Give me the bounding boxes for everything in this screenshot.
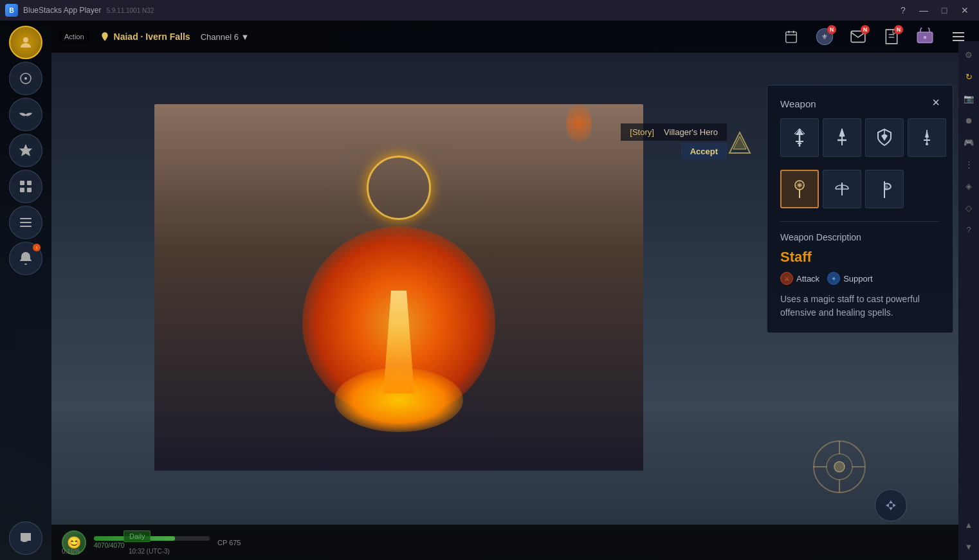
close-button[interactable]: ✕ <box>956 4 974 17</box>
weapon-scythe[interactable] <box>865 170 904 208</box>
top-bar: Action Naiad · Ivern Falls Channel 6 ▼ ⚜… <box>51 21 979 53</box>
svg-marker-41 <box>839 129 845 136</box>
mail-badge: N <box>861 25 870 34</box>
sidebar-list[interactable] <box>9 206 42 239</box>
daily-quest-badge[interactable]: Daily <box>124 530 151 542</box>
app-title: BlueStacks App Player <box>23 6 101 15</box>
bs-macro-icon[interactable]: ⋮ <box>959 154 978 174</box>
top-bar-right: ⚜ N N N <box>778 24 971 50</box>
bluestacks-logo: B <box>5 4 18 17</box>
quest-label: [Story] <box>630 127 659 137</box>
quest-badge: N <box>894 25 903 34</box>
svg-rect-4 <box>20 181 24 185</box>
bs-help-icon[interactable]: ? <box>959 220 978 239</box>
svg-rect-7 <box>27 188 32 192</box>
bell-badge: ! <box>33 244 41 251</box>
svg-marker-3 <box>19 144 32 156</box>
left-sidebar: ! <box>0 21 51 560</box>
support-label: Support <box>843 274 873 284</box>
title-bar-left: B BlueStacks App Player 5.9.11.1001 N32 <box>5 4 154 17</box>
weapon-crossbow[interactable] <box>823 170 861 208</box>
bs-right-panel: ⚙ ↻ 📷 ⏺ 🎮 ⋮ ◈ ◇ ? ▲ ▼ <box>958 41 979 560</box>
attack-label: Attack <box>796 274 819 284</box>
weapon-grid-row1 <box>780 118 940 157</box>
quest-log-button[interactable]: N <box>879 24 904 50</box>
support-tag: ✦ Support <box>827 272 873 285</box>
game-screenshot <box>154 104 643 471</box>
title-bar-controls: ? — □ ✕ <box>894 4 974 17</box>
weapon-longsword[interactable] <box>823 118 861 157</box>
sidebar-wings[interactable] <box>9 98 42 131</box>
time-display: 10:32 (UTC-3) <box>129 548 170 555</box>
svg-point-30 <box>834 462 845 472</box>
svg-rect-10 <box>20 226 32 227</box>
percentage-display: 0.16% <box>62 548 80 555</box>
calendar-button[interactable] <box>778 24 804 50</box>
svg-point-2 <box>24 77 27 80</box>
sidebar-minimap[interactable] <box>9 62 42 95</box>
game-area: ! Action Naiad · Ivern Falls Channel 6 ▼… <box>0 21 979 560</box>
svg-point-47 <box>926 143 928 145</box>
bs-record-icon[interactable]: ⏺ <box>959 111 978 130</box>
mail-button[interactable]: N <box>845 24 871 50</box>
sidebar-bell[interactable]: ! <box>9 242 42 275</box>
attack-icon: ⚔ <box>780 272 793 285</box>
location-text: Naiad · Ivern Falls <box>114 32 190 42</box>
channel-badge[interactable]: Channel 6 ▼ <box>201 32 250 42</box>
direction-indicator <box>727 130 753 156</box>
magic-circle <box>367 156 431 220</box>
svg-text:⚜: ⚜ <box>821 33 828 41</box>
action-label: Action <box>59 32 89 42</box>
weapon-description: Uses a magic staff to cast powerful offe… <box>780 293 940 320</box>
sidebar-chat[interactable] <box>9 521 42 555</box>
bs-settings-icon[interactable]: ⚙ <box>959 45 978 64</box>
help-button[interactable]: ? <box>894 4 912 17</box>
weapon-greatsword[interactable] <box>780 118 819 157</box>
health-bar-container: 4070/4070 <box>94 536 210 549</box>
weapon-shield[interactable] <box>865 118 904 157</box>
bs-screenshot-icon[interactable]: 📷 <box>959 89 978 108</box>
svg-rect-8 <box>20 218 32 219</box>
weapon-tags: ⚔ Attack ✦ Support <box>780 272 940 285</box>
health-bar <box>94 536 210 541</box>
bottom-hud: 😊 4070/4070 CP 675 0.16% 10:32 (UTC-3) D… <box>51 525 958 560</box>
nav-wheel[interactable] <box>810 438 868 496</box>
spark1 <box>566 104 592 143</box>
guild-button[interactable]: ⚜ N <box>812 24 837 50</box>
bs-bottom2[interactable]: ▼ <box>959 537 978 556</box>
restore-button[interactable]: □ <box>935 4 953 17</box>
svg-rect-6 <box>20 188 24 192</box>
svg-rect-9 <box>20 222 32 223</box>
bs-map-icon[interactable]: ◇ <box>959 198 978 217</box>
sidebar-grid[interactable] <box>9 170 42 203</box>
cp-label: CP 675 <box>217 539 241 546</box>
svg-rect-5 <box>27 181 32 185</box>
location-badge: Naiad · Ivern Falls <box>100 32 190 42</box>
attack-tag: ⚔ Attack <box>780 272 819 285</box>
minimize-button[interactable]: — <box>915 4 933 17</box>
svg-rect-12 <box>786 32 797 42</box>
quest-name: Villager's Hero <box>664 127 718 137</box>
weapon-dagger[interactable] <box>908 118 946 157</box>
app-version: 5.9.11.1001 N32 <box>106 7 154 14</box>
weapon-desc-title: Weapon Description <box>780 232 940 242</box>
weapon-grid-row2 <box>780 170 940 208</box>
weapon-panel: × Weapon <box>767 85 953 333</box>
bs-search-icon[interactable]: ◈ <box>959 176 978 195</box>
accept-button[interactable]: Accept <box>681 143 727 159</box>
bs-rotation-icon[interactable]: ↻ <box>959 67 978 86</box>
close-panel-button[interactable]: × <box>927 93 945 111</box>
svg-marker-57 <box>841 184 843 188</box>
sidebar-star[interactable] <box>9 134 42 167</box>
weapon-staff[interactable] <box>780 170 819 208</box>
move-button[interactable] <box>875 489 907 521</box>
svg-point-22 <box>924 36 927 39</box>
guild-badge: N <box>827 25 836 34</box>
title-bar: B BlueStacks App Player 5.9.11.1001 N32 … <box>0 0 979 21</box>
support-icon: ✦ <box>827 272 840 285</box>
bs-gamepad-icon[interactable]: 🎮 <box>959 132 978 152</box>
bs-bottom1[interactable]: ▲ <box>959 515 978 534</box>
sidebar-avatar[interactable] <box>9 26 42 59</box>
mailbox-button[interactable] <box>912 24 938 50</box>
panel-divider <box>780 221 940 222</box>
